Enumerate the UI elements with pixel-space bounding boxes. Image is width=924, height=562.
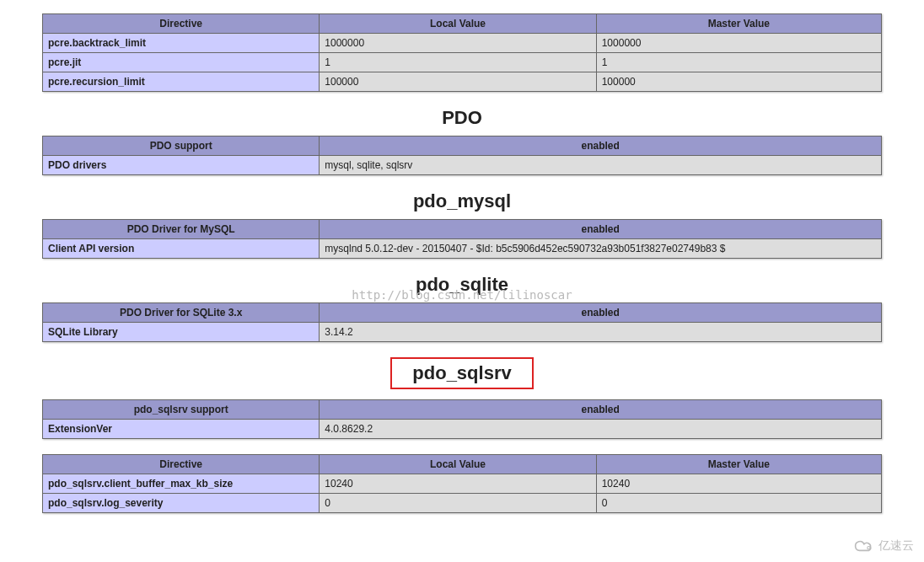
table-row: pcre.backtrack_limit 1000000 1000000 — [43, 34, 882, 53]
col-local: Local Value — [320, 14, 596, 34]
table-row: pdo_sqlsrv.log_severity 0 0 — [43, 494, 882, 513]
highlight-wrap: pdo_sqlsrv — [42, 357, 882, 389]
col-master: Master Value — [596, 14, 881, 34]
table-row: PDO drivers mysql, sqlite, sqlsrv — [43, 156, 882, 175]
pdo-sqlsrv-support-table: pdo_sqlsrv support enabled ExtensionVer … — [42, 399, 882, 439]
highlight-box: pdo_sqlsrv — [390, 357, 533, 389]
brand-text: 亿速云 — [878, 538, 914, 545]
table-row: Client API version mysqlnd 5.0.12-dev - … — [43, 239, 882, 259]
pdo-sqlsrv-directives-table: Directive Local Value Master Value pdo_s… — [42, 454, 882, 513]
pcre-directives-table: Directive Local Value Master Value pcre.… — [42, 13, 882, 92]
table-row: pcre.recursion_limit 100000 100000 — [43, 72, 882, 92]
pdo-sqlite-table: PDO Driver for SQLite 3.x enabled SQLite… — [42, 302, 882, 342]
brand-logo: 亿速云 — [853, 538, 914, 545]
col-local: Local Value — [320, 455, 596, 474]
table-row: ExtensionVer 4.0.8629.2 — [43, 420, 882, 439]
col-directive: Directive — [43, 455, 320, 474]
cloud-icon — [853, 538, 875, 545]
table-row: pdo_sqlsrv.client_buffer_max_kb_size 102… — [43, 474, 882, 494]
pdo-table: PDO support enabled PDO drivers mysql, s… — [42, 136, 882, 175]
section-heading-pdo-sqlite: pdo_sqlite — [42, 274, 882, 296]
section-heading-pdo-sqlsrv: pdo_sqlsrv — [412, 362, 511, 383]
table-row: SQLite Library 3.14.2 — [43, 323, 882, 342]
col-master: Master Value — [596, 455, 881, 474]
pdo-mysql-table: PDO Driver for MySQL enabled Client API … — [42, 219, 882, 259]
section-heading-pdo: PDO — [42, 107, 882, 129]
col-directive: Directive — [43, 14, 320, 34]
table-row: pcre.jit 1 1 — [43, 53, 882, 72]
section-heading-pdo-mysql: pdo_mysql — [42, 190, 882, 212]
